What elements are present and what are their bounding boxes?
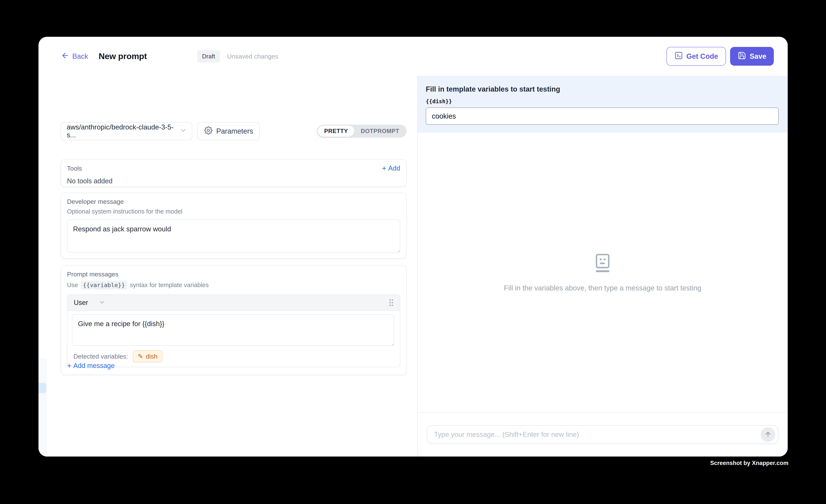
- variable-value-input[interactable]: [426, 108, 779, 125]
- pencil-icon: ✎: [138, 353, 143, 360]
- subtitle-prefix: Use: [67, 281, 78, 289]
- plus-icon: +: [67, 362, 71, 370]
- detected-variables-row: Detected variables: ✎ dish: [72, 350, 394, 362]
- detected-variables-label: Detected variables:: [73, 353, 128, 360]
- tools-title: Tools: [67, 165, 82, 172]
- parameters-button[interactable]: Parameters: [197, 122, 260, 140]
- cropped-sidebar-active-item: [39, 383, 46, 393]
- get-code-label: Get Code: [686, 52, 718, 60]
- message-body: Give me a recipe for {{dish}} Detected v…: [67, 311, 400, 367]
- app-window: Back New prompt Draft Unsaved changes Ge…: [39, 37, 788, 456]
- chevron-down-icon: [99, 299, 106, 307]
- role-select[interactable]: User: [74, 299, 106, 307]
- arrow-left-icon: [61, 51, 69, 61]
- gear-icon: [204, 126, 213, 136]
- chat-message-input[interactable]: [427, 426, 778, 443]
- send-button[interactable]: [761, 427, 775, 442]
- format-toggle: PRETTY DOTPROMPT: [317, 125, 407, 138]
- header-left: Back New prompt Draft Unsaved changes: [61, 50, 278, 62]
- composer: [427, 425, 778, 444]
- add-message-button[interactable]: + Add message: [67, 362, 115, 370]
- header: Back New prompt Draft Unsaved changes Ge…: [39, 37, 788, 76]
- variable-badge-dish[interactable]: ✎ dish: [133, 350, 162, 362]
- plus-icon: +: [382, 165, 386, 172]
- model-select[interactable]: aws/anthropic/bedrock-claude-3-5-s...: [61, 122, 192, 140]
- developer-message-title: Developer message: [67, 198, 400, 205]
- test-panel: Fill in template variables to start test…: [417, 76, 788, 456]
- add-tool-label: Add: [388, 165, 400, 172]
- developer-message-card: Developer message Optional system instru…: [61, 193, 407, 259]
- back-button[interactable]: Back: [61, 51, 88, 61]
- tools-card: Tools + Add No tools added: [61, 159, 407, 187]
- unsaved-changes-text: Unsaved changes: [227, 53, 278, 60]
- model-select-value: aws/anthropic/bedrock-claude-3-5-s...: [67, 123, 179, 139]
- message-header: User: [67, 295, 400, 311]
- save-label: Save: [750, 52, 766, 60]
- add-message-label: Add message: [73, 362, 115, 370]
- page-title: New prompt: [99, 51, 147, 61]
- editor-panel: aws/anthropic/bedrock-claude-3-5-s... Pa…: [39, 76, 417, 456]
- watermark-text: Screenshot by Xnapper.com: [710, 460, 788, 466]
- screen: Back New prompt Draft Unsaved changes Ge…: [0, 0, 826, 504]
- message-input[interactable]: Give me a recipe for {{dish}}: [72, 314, 394, 346]
- prompt-messages-title: Prompt messages: [67, 270, 400, 278]
- tools-empty-text: No tools added: [67, 177, 400, 185]
- chevron-down-icon: [179, 127, 187, 136]
- status-badge: Draft: [197, 50, 220, 62]
- parameters-label: Parameters: [216, 127, 253, 135]
- arrow-up-icon: [764, 431, 772, 439]
- save-icon: [738, 51, 746, 62]
- variable-badge-name: dish: [146, 353, 158, 360]
- chat-empty-state: Fill in the variables above, then type a…: [417, 133, 788, 412]
- developer-message-input[interactable]: Respond as jack sparrow would: [67, 219, 400, 253]
- toggle-dotprompt[interactable]: DOTPROMPT: [354, 126, 406, 137]
- cropped-sidebar: [39, 358, 47, 456]
- back-label: Back: [72, 52, 88, 60]
- save-button[interactable]: Save: [730, 47, 774, 66]
- template-variables-title: Fill in template variables to start test…: [426, 85, 779, 93]
- message-block: User Give me a recipe for {{dish}}: [67, 295, 400, 367]
- get-code-button[interactable]: Get Code: [666, 47, 726, 66]
- body: aws/anthropic/bedrock-claude-3-5-s... Pa…: [39, 76, 788, 456]
- chat-empty-text: Fill in the variables above, then type a…: [504, 284, 701, 292]
- tools-header: Tools + Add: [67, 165, 400, 172]
- bot-face-icon: [593, 253, 612, 275]
- variable-key-label: {{dish}}: [426, 98, 779, 105]
- add-tool-button[interactable]: + Add: [382, 165, 400, 172]
- composer-bar: [417, 412, 788, 456]
- prompt-messages-subtitle: Use {{variable}} syntax for template var…: [67, 280, 400, 290]
- variable-syntax-chip: {{variable}}: [81, 280, 127, 290]
- prompt-messages-card: Prompt messages Use {{variable}} syntax …: [61, 265, 407, 375]
- model-row: aws/anthropic/bedrock-claude-3-5-s... Pa…: [61, 122, 407, 140]
- terminal-icon: [674, 51, 683, 62]
- drag-handle-icon[interactable]: [388, 298, 395, 307]
- template-variables-section: Fill in template variables to start test…: [417, 76, 788, 133]
- toggle-pretty[interactable]: PRETTY: [318, 126, 354, 137]
- developer-message-subtitle: Optional system instructions for the mod…: [67, 208, 400, 215]
- subtitle-suffix: syntax for template variables: [130, 281, 209, 289]
- role-select-value: User: [74, 299, 88, 307]
